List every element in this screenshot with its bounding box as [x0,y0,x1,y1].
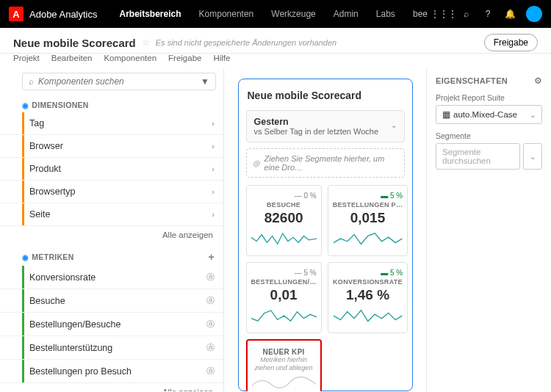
new-kpi-drop-zone[interactable]: NEUER KPI Metriken hierhin ziehen und ab… [246,339,322,391]
target-icon: ◎ [253,159,260,168]
metric-item[interactable]: Bestellungen/Besucheⓐ [0,313,223,336]
dimension-item[interactable]: Tag› [0,112,223,135]
properties-title: EIGENSCHAFTEN [436,76,508,85]
search-input[interactable] [38,76,201,87]
menu-project[interactable]: Projekt [13,54,40,62]
user-name: bee [413,9,428,19]
add-metric-icon[interactable]: + [209,251,215,263]
chevron-right-icon: › [212,142,215,150]
metric-item[interactable]: Bestellungen pro Besuchⓐ [0,360,223,383]
avatar[interactable] [526,6,542,22]
nav-labs[interactable]: Labs [369,4,403,23]
page-title: Neue mobile Scorecard [13,37,136,49]
menu-share[interactable]: Freigabe [168,54,201,62]
kpi-card[interactable]: — 5 % BESTELLUNGEN/… 0,01 [246,262,322,333]
collapse-icon: ◉ [22,101,29,109]
chevron-right-icon: › [212,187,215,196]
gear-icon[interactable]: ⚙ [534,76,542,86]
date-range-selector[interactable]: Gestern vs Selber Tag in der letzten Woc… [246,110,405,142]
share-button[interactable]: Freigabe [484,34,538,51]
scorecard-title[interactable]: Neue mobile Scorecard [246,88,405,103]
segment-drop-zone[interactable]: ◎ Ziehen Sie Segmente hierher, um eine D… [246,148,405,178]
adobe-logo: A [9,7,24,21]
segments-label: Segmente [436,131,542,140]
nav-workspace[interactable]: Arbeitsbereich [112,4,189,23]
chevron-right-icon: › [212,164,215,173]
kpi-card[interactable]: ▬ 5 % KONVERSIONSRATE 1,46 % [328,262,408,333]
search-icon[interactable]: ⌕ [460,8,472,20]
suite-icon: ▦ [442,109,450,120]
collapse-icon: ◉ [22,253,29,261]
chevron-down-icon: ⌄ [530,153,536,161]
segment-dropdown[interactable]: ⌄ [523,143,542,170]
show-all-dimensions[interactable]: Alle anzeigen [0,226,223,247]
menu-components[interactable]: Komponenten [104,54,156,62]
dimension-item[interactable]: Browser› [0,135,223,158]
nav-tools[interactable]: Werkzeuge [264,4,323,23]
brand-name: Adobe Analytics [29,9,98,20]
calc-icon: ⓐ [206,295,215,306]
dimension-item[interactable]: Browsertyp› [0,181,223,203]
notifications-icon[interactable]: 🔔 [504,8,516,20]
calc-icon: ⓐ [206,366,215,377]
chevron-right-icon: › [212,210,215,219]
favorite-icon[interactable]: ☆ [142,37,150,48]
nav-admin[interactable]: Admin [326,4,366,23]
segment-search[interactable]: Segmente durchsuchen [436,143,520,170]
calc-icon: ⓐ [206,272,215,283]
show-all-metrics[interactable]: Alle anzeigen [0,383,223,391]
report-suite-selector[interactable]: ▦ auto.Mixed-Case ⌄ [436,105,542,124]
filter-icon[interactable]: ▼ [201,76,209,87]
calc-icon: ⓐ [206,342,215,353]
dimension-item[interactable]: Produkt› [0,158,223,181]
section-metrics[interactable]: ◉ METRIKEN + [0,247,223,266]
metric-item[interactable]: Bestellunterstützungⓐ [0,336,223,360]
scorecard-preview: Neue mobile Scorecard Gestern vs Selber … [238,79,413,391]
search-icon: ⌕ [29,76,34,87]
dimension-item[interactable]: Seite› [0,203,223,226]
unsaved-status: Es sind nicht gespeicherte Änderungen vo… [156,38,336,47]
metric-item[interactable]: Konversionsrateⓐ [0,266,223,289]
kpi-card[interactable]: ▬ 5 % BESTELLUNGEN P… 0,015 [328,185,408,256]
calc-icon: ⓐ [206,319,215,330]
chevron-down-icon: ⌄ [391,121,397,129]
chevron-down-icon: ⌄ [530,111,536,119]
report-suite-label: Projekt Report Suite [436,93,542,102]
section-dimensions[interactable]: ◉ DIMENSIONEN [0,96,223,112]
menu-help[interactable]: Hilfe [213,54,230,62]
help-icon[interactable]: ? [482,8,494,20]
metric-item[interactable]: Besucheⓐ [0,289,223,313]
nav-components[interactable]: Komponenten [192,4,262,23]
chevron-right-icon: › [212,119,215,128]
component-search[interactable]: ⌕ ▼ [22,73,216,90]
menu-edit[interactable]: Bearbeiten [51,54,93,62]
kpi-card[interactable]: — 0 % BESUCHE 82600 [246,185,322,256]
apps-icon[interactable]: ⋮⋮⋮ [438,8,450,20]
